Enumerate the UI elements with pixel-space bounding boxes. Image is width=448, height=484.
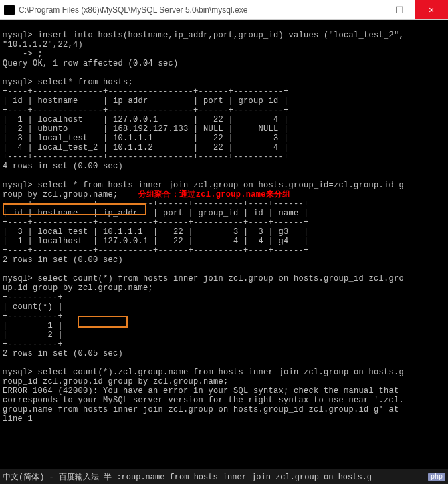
sql-line: "10.1.1.2",22,4): [3, 40, 83, 49]
window-controls: – ☐ ×: [354, 0, 448, 19]
sql-line: mysql> insert into hosts(hostname,ip_add…: [3, 31, 404, 40]
table-row: | 2 |: [3, 330, 63, 340]
table-header: | id | hostname | ip_addr | port | group…: [3, 96, 289, 106]
table-row: | 2 | ubunto | 168.192.127.133 | NULL | …: [3, 124, 289, 134]
result-summary: 2 rows in set (0.00 sec): [3, 255, 123, 265]
table-border: +----+--------------+-----------------+-…: [3, 152, 289, 162]
table-row: | 1 | localhost | 127.0.0.1 | 22 | 4 |: [3, 115, 289, 124]
sql-line: up.id group by zcl.group.name;: [3, 283, 153, 293]
table-header: | id | hostname | ip_addr | port | group…: [3, 209, 309, 218]
table-border: +----+------------+-----------+------+--…: [3, 246, 309, 255]
window-title: C:\Program Files (x86)\MySQL\MySQL Serve…: [19, 5, 354, 15]
table-row: | 1 | localhost | 127.0.0.1 | 22 | 4 | 4…: [3, 237, 309, 246]
php-badge: php: [428, 473, 445, 481]
table-row: | 3 | local_test | 10.1.1.1 | 22 | 3 | 3…: [3, 227, 309, 237]
table-header: | count(*) |: [3, 302, 63, 312]
sql-line: mysql> select* from hosts;: [3, 78, 133, 87]
terminal-output[interactable]: mysql> insert into hosts(hostname,ip_add…: [0, 20, 448, 469]
query-result: Query OK, 1 row affected (0.04 sec): [3, 59, 179, 68]
sql-line: mysql> select * from hosts inner join zc…: [3, 180, 404, 190]
window-titlebar: C:\Program Files (x86)\MySQL\MySQL Serve…: [0, 0, 448, 20]
table-row: | 3 | local_test | 10.1.1.1 | 22 | 3 |: [3, 134, 289, 143]
close-button[interactable]: ×: [415, 0, 448, 19]
error-line: corresponds to your MySQL server version…: [3, 396, 404, 405]
error-line: ERROR 1064 (42000): You have an error in…: [3, 386, 399, 396]
result-summary: 2 rows in set (0.05 sec): [3, 349, 123, 358]
annotation-text: 分组聚合：通过zcl.group.name来分组: [118, 190, 291, 199]
table-row: | 1 |: [3, 321, 63, 330]
sql-line: mysql> select count(*) from hosts inner …: [3, 274, 404, 283]
result-summary: 4 rows in set (0.00 sec): [3, 162, 123, 171]
ime-statusbar: 中文(简体) - 百度输入法 半 :roup.name from hosts i…: [0, 469, 448, 484]
table-border: +----+--------------+-----------------+-…: [3, 106, 289, 115]
sql-line: mysql> select count(*).zcl.group.name fr…: [3, 368, 404, 377]
ime-status-text: 中文(简体) - 百度输入法 半 :roup.name from hosts i…: [3, 471, 372, 483]
minimize-button[interactable]: –: [354, 0, 384, 19]
table-border: +----------+: [3, 312, 63, 321]
table-border: +----------+: [3, 293, 63, 302]
table-border: +----------+: [3, 340, 63, 349]
app-icon: [4, 5, 15, 15]
sql-line: roup_id=zcl.group.id group by zcl.group.…: [3, 377, 229, 386]
table-row: | 4 | local_test_2 | 10.1.1.2 | 22 | 4 |: [3, 143, 289, 152]
table-border: +----+--------------+-----------------+-…: [3, 87, 289, 96]
sql-line: roup by zcl.group.name; 分组聚合：通过zcl.group…: [3, 190, 291, 199]
maximize-button[interactable]: ☐: [384, 0, 415, 19]
table-border: +----+------------+-----------+------+--…: [3, 218, 309, 227]
error-line: line 1: [3, 414, 33, 424]
sql-line: -> ;: [3, 49, 43, 59]
status-right: php: [425, 473, 445, 481]
table-border: +----+------------+-----------+------+--…: [3, 199, 309, 209]
error-line: group.name from hosts inner join zcl.gro…: [3, 405, 399, 414]
